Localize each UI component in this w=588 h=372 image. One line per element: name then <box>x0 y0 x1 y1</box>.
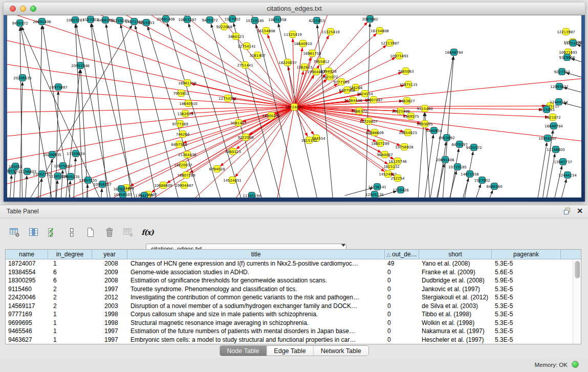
table-cell[interactable]: Embryonic stem cells: a model to study s… <box>127 336 385 344</box>
table-cell[interactable]: 2 <box>48 285 92 294</box>
table-cell[interactable]: 22420046 <box>6 293 48 302</box>
table-cell[interactable]: 9777169 <box>6 310 48 319</box>
table-cell[interactable]: 1998 <box>92 319 127 327</box>
table-cell[interactable]: 0 <box>385 285 419 294</box>
table-cell[interactable]: 5.3E-5 <box>492 285 561 294</box>
table-row[interactable]: 1938455462009Genome-wide association stu… <box>6 268 573 277</box>
table-cell[interactable]: Franke et al. (2009) <box>419 268 492 277</box>
table-row[interactable]: 1456911722003Disruption of a novel membe… <box>6 302 573 311</box>
table-cell[interactable]: 0 <box>385 293 419 302</box>
table-cell[interactable]: Estimation of significance thresholds fo… <box>127 276 385 285</box>
network-canvas[interactable]: 1872400718300295113254191864091016961758… <box>7 15 581 198</box>
column-header-short[interactable]: short <box>419 250 492 259</box>
table-cell[interactable]: Changes of HCN gene expression and I(f) … <box>127 259 385 268</box>
table-cell[interactable]: 14569117 <box>6 302 48 311</box>
table-cell[interactable]: 0 <box>385 302 419 311</box>
table-row[interactable]: 946554611997Estimation of the future num… <box>6 327 573 336</box>
table-cell[interactable]: 2009 <box>92 268 127 277</box>
show-columns-icon[interactable] <box>27 226 40 239</box>
table-cell[interactable]: 1 <box>48 310 92 319</box>
table-cell[interactable]: 5.3E-5 <box>492 327 561 336</box>
table-cell[interactable]: 5.5E-5 <box>492 293 561 302</box>
table-cell[interactable]: 1 <box>48 319 92 327</box>
table-cell[interactable]: 6 <box>48 276 92 285</box>
table-cell[interactable]: Corpus callosum shape and size in male p… <box>127 310 385 319</box>
table-cell[interactable]: Investigating the contribution of common… <box>127 293 385 302</box>
table-cell[interactable]: Tourette syndrome. Phenomenology and cla… <box>127 285 385 294</box>
table-cell[interactable]: 1997 <box>92 327 127 336</box>
table-cell[interactable]: 2 <box>48 302 92 311</box>
tab-network-table[interactable]: Network Table <box>314 346 368 356</box>
table-cell[interactable]: 1997 <box>92 285 127 294</box>
table-cell[interactable]: Genome-wide association studies in ADHD. <box>127 268 385 277</box>
table-cell[interactable]: Jankovic et al. (1997) <box>419 285 492 294</box>
table-cell[interactable]: Tibbo et al. (1998) <box>419 310 492 319</box>
window-titlebar[interactable]: citations_edges.txt <box>4 3 585 15</box>
table-cell[interactable]: 9463627 <box>6 336 48 344</box>
table-cell[interactable]: 6 <box>48 268 92 277</box>
table-row[interactable]: 946362711997Embryonic stem cells: a mode… <box>6 336 573 344</box>
table-cell[interactable]: 5.3E-5 <box>492 310 561 319</box>
tab-node-table[interactable]: Node Table <box>220 346 267 356</box>
table-cell[interactable]: 5.9E-5 <box>492 276 561 285</box>
close-panel-icon[interactable]: ✕ <box>577 207 583 214</box>
scrollbar-thumb[interactable] <box>575 261 580 278</box>
table-row[interactable]: 969969511998Structural magnetic resonanc… <box>6 319 573 327</box>
table-cell[interactable]: 5.3E-5 <box>492 336 561 344</box>
table-cell[interactable]: Disruption of a novel member of a sodium… <box>127 302 385 311</box>
table-row[interactable]: 1872400712008Changes of HCN gene express… <box>6 259 573 268</box>
table-cell[interactable]: 1 <box>48 336 92 344</box>
table-cell[interactable]: 9465546 <box>6 327 48 336</box>
table-cell[interactable]: 18300295 <box>6 276 48 285</box>
tab-edge-table[interactable]: Edge Table <box>267 346 313 356</box>
table-cell[interactable]: Nakamura et al. (1997) <box>419 327 492 336</box>
table-cell[interactable]: 2008 <box>92 259 127 268</box>
table-cell[interactable]: 9699695 <box>6 319 48 327</box>
table-row[interactable]: 977716911998Corpus callosum shape and si… <box>6 310 573 319</box>
table-cell[interactable]: Stergiakouli et al. (2012) <box>419 293 492 302</box>
column-header-title[interactable]: title <box>127 250 385 259</box>
table-cell[interactable]: Hescheler et al. (1997) <box>419 336 492 344</box>
select-columns-icon[interactable] <box>46 226 59 239</box>
table-cell[interactable]: 5.3E-5 <box>492 259 561 268</box>
table-cell[interactable]: Structural magnetic resonance image aver… <box>127 319 385 327</box>
table-cell[interactable]: Dudbridge et al. (2008) <box>419 276 492 285</box>
column-header-in-degree[interactable]: in_degree <box>48 250 92 259</box>
float-panel-icon[interactable] <box>563 207 571 214</box>
table-cell[interactable]: 19384554 <box>6 268 48 277</box>
citation-network-graph[interactable]: 1872400718300295113254191864091016961758… <box>7 15 581 198</box>
function-builder-icon[interactable]: f(x) <box>141 226 154 239</box>
vertical-scrollbar[interactable] <box>573 259 581 344</box>
table-cell[interactable]: 18724007 <box>6 259 48 268</box>
table-cell[interactable]: 9115460 <box>6 285 48 294</box>
table-cell[interactable]: 5.3E-5 <box>492 302 561 311</box>
row-height-icon[interactable] <box>65 226 78 239</box>
table-cell[interactable]: 0 <box>385 310 419 319</box>
table-cell[interactable]: 2012 <box>92 293 127 302</box>
column-header-name[interactable]: name <box>6 250 48 259</box>
table-cell[interactable]: 5.3E-5 <box>492 319 561 327</box>
table-cell[interactable]: 5.6E-5 <box>492 268 561 277</box>
table-cell[interactable]: 0 <box>385 336 419 344</box>
table-cell[interactable]: 0 <box>385 327 419 336</box>
table-cell[interactable]: 1 <box>48 327 92 336</box>
table-cell[interactable]: 0 <box>385 319 419 327</box>
delete-icon[interactable] <box>103 226 116 239</box>
table-cell[interactable]: 1 <box>48 259 92 268</box>
table-cell[interactable]: 2 <box>48 293 92 302</box>
table-cell[interactable]: 0 <box>385 268 419 277</box>
table-cell[interactable]: 2003 <box>92 302 127 311</box>
table-cell[interactable]: Yano et al. (2008) <box>419 259 492 268</box>
table-cell[interactable]: de Silva et al. (2003) <box>419 302 492 311</box>
table-cell[interactable]: Estimation of the future numbers of pati… <box>127 327 385 336</box>
table-cell[interactable]: Wolkin et al. (1998) <box>419 319 492 327</box>
table-cell[interactable]: 1997 <box>92 336 127 344</box>
table-row[interactable]: 911546021997Tourette syndrome. Phenomeno… <box>6 285 573 294</box>
table-row[interactable]: 2242004622012Investigating the contribut… <box>6 293 573 302</box>
column-header-year[interactable]: year <box>92 250 127 259</box>
new-file-icon[interactable] <box>84 226 97 239</box>
column-header-out-de-[interactable]: △out_de… <box>385 250 419 259</box>
table-cell[interactable]: 0 <box>385 276 419 285</box>
table-cell[interactable]: 1998 <box>92 310 127 319</box>
table-row[interactable]: 1830029562008Estimation of significance … <box>6 276 573 285</box>
